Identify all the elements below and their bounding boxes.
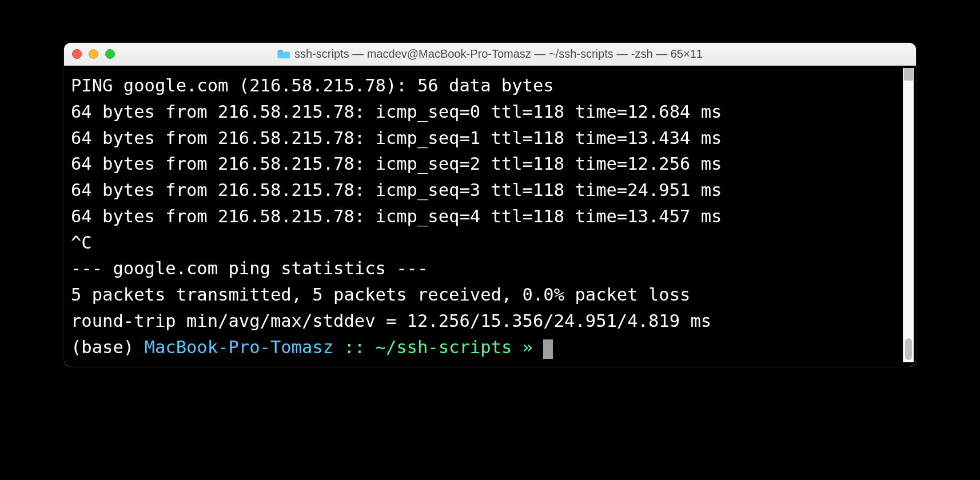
output-line: --- google.com ping statistics --- <box>71 255 898 282</box>
scrollbar-thumb[interactable] <box>905 338 912 360</box>
window-title: ssh-scripts — macdev@MacBook-Pro-Tomasz … <box>277 47 703 61</box>
traffic-lights <box>72 49 115 59</box>
cursor <box>543 339 553 359</box>
prompt-line[interactable]: (base) MacBook-Pro-Tomasz :: ~/ssh-scrip… <box>71 334 898 361</box>
terminal-body: PING google.com (216.58.215.78): 56 data… <box>64 66 916 367</box>
output-line: round-trip min/avg/max/stddev = 12.256/1… <box>71 308 898 334</box>
scrollbar-track-top <box>904 68 913 81</box>
window-titlebar[interactable]: ssh-scripts — macdev@MacBook-Pro-Tomasz … <box>64 43 916 66</box>
terminal-window: ssh-scripts — macdev@MacBook-Pro-Tomasz … <box>64 43 916 367</box>
output-line: 64 bytes from 216.58.215.78: icmp_seq=4 … <box>71 203 898 230</box>
output-line: ^C <box>71 230 898 256</box>
minimize-button[interactable] <box>89 49 98 59</box>
prompt-host: MacBook-Pro-Tomasz <box>145 337 334 357</box>
prompt-path: ~/ssh-scripts <box>376 337 512 357</box>
output-line: 5 packets transmitted, 5 packets receive… <box>71 282 898 308</box>
prompt-arrow: » <box>512 337 543 357</box>
output-line: 64 bytes from 216.58.215.78: icmp_seq=0 … <box>71 99 898 125</box>
maximize-button[interactable] <box>105 49 115 59</box>
terminal-content[interactable]: PING google.com (216.58.215.78): 56 data… <box>66 68 903 362</box>
prompt-env: (base) <box>71 337 145 357</box>
window-title-text: ssh-scripts — macdev@MacBook-Pro-Tomasz … <box>294 47 703 61</box>
close-button[interactable] <box>72 49 82 59</box>
scrollbar[interactable] <box>903 68 914 362</box>
prompt-separator: :: <box>333 337 375 357</box>
output-line: PING google.com (216.58.215.78): 56 data… <box>71 73 898 99</box>
output-line: 64 bytes from 216.58.215.78: icmp_seq=3 … <box>71 177 898 203</box>
output-line: 64 bytes from 216.58.215.78: icmp_seq=2 … <box>71 151 898 177</box>
output-line: 64 bytes from 216.58.215.78: icmp_seq=1 … <box>71 125 898 151</box>
folder-icon <box>277 49 290 59</box>
